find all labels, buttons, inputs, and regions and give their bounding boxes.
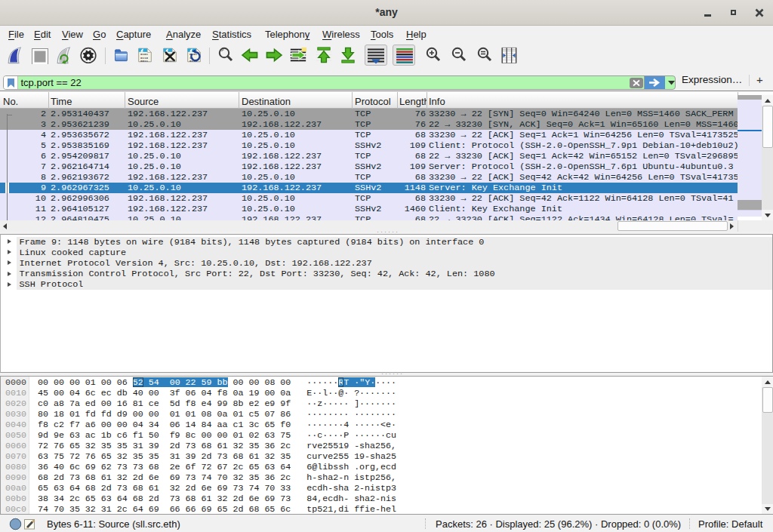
- svg-text:0011: 0011: [140, 59, 149, 63]
